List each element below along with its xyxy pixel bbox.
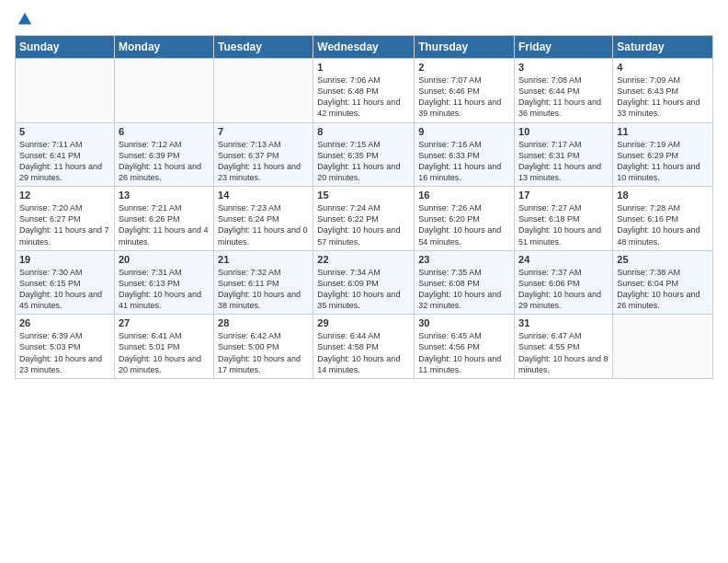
calendar-cell <box>214 59 313 123</box>
day-info: Sunrise: 7:38 AM Sunset: 6:04 PM Dayligh… <box>617 267 709 312</box>
day-info: Sunrise: 7:37 AM Sunset: 6:06 PM Dayligh… <box>518 267 609 312</box>
day-info: Sunrise: 6:44 AM Sunset: 4:58 PM Dayligh… <box>317 330 410 375</box>
calendar-week-1: 1Sunrise: 7:06 AM Sunset: 6:48 PM Daylig… <box>16 59 713 123</box>
day-number: 26 <box>19 317 110 328</box>
calendar-cell: 3Sunrise: 7:08 AM Sunset: 6:44 PM Daylig… <box>515 59 613 123</box>
day-number: 9 <box>418 126 510 137</box>
day-info: Sunrise: 7:31 AM Sunset: 6:13 PM Dayligh… <box>119 267 210 312</box>
logo-icon <box>17 11 33 28</box>
day-info: Sunrise: 6:47 AM Sunset: 4:55 PM Dayligh… <box>518 330 609 375</box>
weekday-header-friday: Friday <box>515 36 613 59</box>
day-info: Sunrise: 7:35 AM Sunset: 6:08 PM Dayligh… <box>418 267 510 312</box>
day-number: 20 <box>119 254 210 265</box>
day-number: 1 <box>317 62 410 73</box>
day-info: Sunrise: 6:42 AM Sunset: 5:00 PM Dayligh… <box>218 330 309 375</box>
calendar-cell: 6Sunrise: 7:12 AM Sunset: 6:39 PM Daylig… <box>114 122 213 187</box>
day-number: 29 <box>317 317 410 328</box>
day-info: Sunrise: 7:21 AM Sunset: 6:26 PM Dayligh… <box>119 202 210 247</box>
weekday-header-row: SundayMondayTuesdayWednesdayThursdayFrid… <box>16 36 713 59</box>
calendar-week-2: 5Sunrise: 7:11 AM Sunset: 6:41 PM Daylig… <box>16 122 713 187</box>
day-number: 25 <box>617 254 709 265</box>
calendar-cell: 15Sunrise: 7:24 AM Sunset: 6:22 PM Dayli… <box>313 187 415 251</box>
day-number: 4 <box>617 62 709 73</box>
calendar-cell <box>114 59 213 123</box>
day-info: Sunrise: 7:06 AM Sunset: 6:48 PM Dayligh… <box>317 75 410 120</box>
day-info: Sunrise: 7:09 AM Sunset: 6:43 PM Dayligh… <box>617 75 709 120</box>
calendar-cell: 20Sunrise: 7:31 AM Sunset: 6:13 PM Dayli… <box>114 250 213 315</box>
calendar-cell: 18Sunrise: 7:28 AM Sunset: 6:16 PM Dayli… <box>613 187 713 251</box>
calendar-cell: 9Sunrise: 7:16 AM Sunset: 6:33 PM Daylig… <box>415 122 515 187</box>
day-number: 8 <box>317 126 410 137</box>
day-info: Sunrise: 6:41 AM Sunset: 5:01 PM Dayligh… <box>119 330 210 375</box>
weekday-header-thursday: Thursday <box>415 36 515 59</box>
calendar-cell: 29Sunrise: 6:44 AM Sunset: 4:58 PM Dayli… <box>313 315 415 379</box>
day-number: 15 <box>317 190 410 201</box>
day-info: Sunrise: 7:20 AM Sunset: 6:27 PM Dayligh… <box>19 202 110 247</box>
day-number: 17 <box>518 190 609 201</box>
calendar-cell: 25Sunrise: 7:38 AM Sunset: 6:04 PM Dayli… <box>613 250 713 315</box>
day-info: Sunrise: 7:32 AM Sunset: 6:11 PM Dayligh… <box>218 267 309 312</box>
day-info: Sunrise: 7:17 AM Sunset: 6:31 PM Dayligh… <box>518 139 609 184</box>
day-info: Sunrise: 7:11 AM Sunset: 6:41 PM Dayligh… <box>19 139 110 184</box>
calendar-cell: 27Sunrise: 6:41 AM Sunset: 5:01 PM Dayli… <box>114 315 213 379</box>
calendar-cell: 8Sunrise: 7:15 AM Sunset: 6:35 PM Daylig… <box>313 122 415 187</box>
calendar-cell <box>613 315 713 379</box>
calendar-cell: 12Sunrise: 7:20 AM Sunset: 6:27 PM Dayli… <box>16 187 115 251</box>
day-number: 18 <box>617 190 709 201</box>
day-number: 6 <box>119 126 210 137</box>
calendar-cell: 4Sunrise: 7:09 AM Sunset: 6:43 PM Daylig… <box>613 59 713 123</box>
day-number: 11 <box>617 126 709 137</box>
calendar-cell: 28Sunrise: 6:42 AM Sunset: 5:00 PM Dayli… <box>214 315 313 379</box>
weekday-header-saturday: Saturday <box>613 36 713 59</box>
calendar-cell: 1Sunrise: 7:06 AM Sunset: 6:48 PM Daylig… <box>313 59 415 123</box>
calendar-cell: 13Sunrise: 7:21 AM Sunset: 6:26 PM Dayli… <box>114 187 213 251</box>
logo <box>15 11 33 28</box>
day-info: Sunrise: 6:39 AM Sunset: 5:03 PM Dayligh… <box>19 330 110 375</box>
calendar-week-3: 12Sunrise: 7:20 AM Sunset: 6:27 PM Dayli… <box>16 187 713 251</box>
day-info: Sunrise: 7:16 AM Sunset: 6:33 PM Dayligh… <box>418 139 510 184</box>
calendar-cell: 22Sunrise: 7:34 AM Sunset: 6:09 PM Dayli… <box>313 250 415 315</box>
day-info: Sunrise: 7:07 AM Sunset: 6:46 PM Dayligh… <box>418 75 510 120</box>
calendar-week-4: 19Sunrise: 7:30 AM Sunset: 6:15 PM Dayli… <box>16 250 713 315</box>
day-number: 19 <box>19 254 110 265</box>
day-number: 3 <box>518 62 609 73</box>
day-number: 27 <box>119 317 210 328</box>
day-info: Sunrise: 7:12 AM Sunset: 6:39 PM Dayligh… <box>119 139 210 184</box>
day-number: 30 <box>418 317 510 328</box>
day-number: 22 <box>317 254 410 265</box>
day-number: 16 <box>418 190 510 201</box>
calendar-cell: 31Sunrise: 6:47 AM Sunset: 4:55 PM Dayli… <box>515 315 613 379</box>
day-info: Sunrise: 7:23 AM Sunset: 6:24 PM Dayligh… <box>218 202 309 247</box>
day-number: 23 <box>418 254 510 265</box>
day-number: 21 <box>218 254 309 265</box>
day-info: Sunrise: 7:13 AM Sunset: 6:37 PM Dayligh… <box>218 139 309 184</box>
calendar-cell: 17Sunrise: 7:27 AM Sunset: 6:18 PM Dayli… <box>515 187 613 251</box>
calendar-cell: 5Sunrise: 7:11 AM Sunset: 6:41 PM Daylig… <box>16 122 115 187</box>
calendar-cell <box>16 59 115 123</box>
weekday-header-tuesday: Tuesday <box>214 36 313 59</box>
day-info: Sunrise: 7:15 AM Sunset: 6:35 PM Dayligh… <box>317 139 410 184</box>
day-number: 31 <box>518 317 609 328</box>
day-number: 14 <box>218 190 309 201</box>
day-info: Sunrise: 7:08 AM Sunset: 6:44 PM Dayligh… <box>518 75 609 120</box>
header <box>15 11 713 28</box>
day-number: 12 <box>19 190 110 201</box>
day-info: Sunrise: 6:45 AM Sunset: 4:56 PM Dayligh… <box>418 330 510 375</box>
calendar-cell: 23Sunrise: 7:35 AM Sunset: 6:08 PM Dayli… <box>415 250 515 315</box>
day-number: 28 <box>218 317 309 328</box>
day-number: 7 <box>218 126 309 137</box>
day-number: 10 <box>518 126 609 137</box>
day-number: 24 <box>518 254 609 265</box>
day-number: 2 <box>418 62 510 73</box>
calendar-cell: 16Sunrise: 7:26 AM Sunset: 6:20 PM Dayli… <box>415 187 515 251</box>
calendar-week-5: 26Sunrise: 6:39 AM Sunset: 5:03 PM Dayli… <box>16 315 713 379</box>
day-info: Sunrise: 7:27 AM Sunset: 6:18 PM Dayligh… <box>518 202 609 247</box>
weekday-header-sunday: Sunday <box>16 36 115 59</box>
calendar-cell: 24Sunrise: 7:37 AM Sunset: 6:06 PM Dayli… <box>515 250 613 315</box>
svg-marker-0 <box>18 13 31 25</box>
calendar-table: SundayMondayTuesdayWednesdayThursdayFrid… <box>15 35 713 379</box>
calendar-cell: 14Sunrise: 7:23 AM Sunset: 6:24 PM Dayli… <box>214 187 313 251</box>
day-number: 13 <box>119 190 210 201</box>
day-info: Sunrise: 7:30 AM Sunset: 6:15 PM Dayligh… <box>19 267 110 312</box>
calendar-cell: 7Sunrise: 7:13 AM Sunset: 6:37 PM Daylig… <box>214 122 313 187</box>
